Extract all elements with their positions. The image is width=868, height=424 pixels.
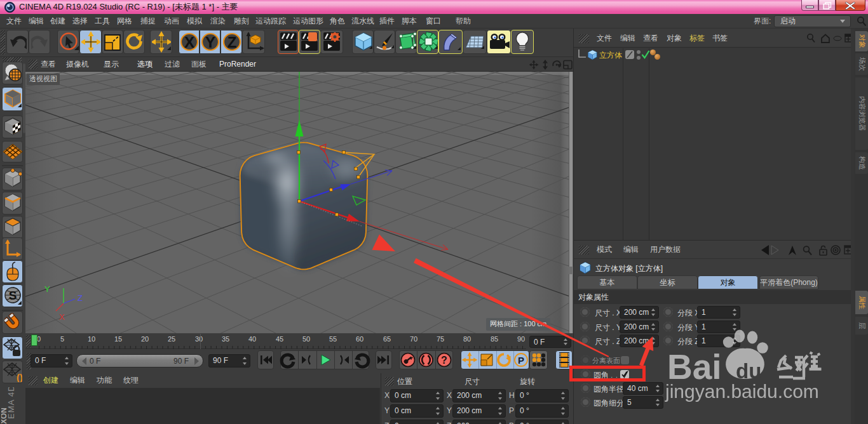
svg-text:S: S (9, 289, 17, 302)
svg-text:(): () (17, 372, 22, 382)
svg-text:Z: Z (227, 34, 237, 51)
svg-text:Y: Y (205, 34, 215, 51)
svg-text:Z: Z (78, 293, 83, 303)
svg-text:?: ? (441, 355, 447, 366)
svg-text:Y: Y (44, 284, 50, 294)
svg-text:P: P (518, 355, 524, 366)
svg-text:X: X (184, 34, 194, 51)
svg-text:X: X (59, 312, 65, 322)
